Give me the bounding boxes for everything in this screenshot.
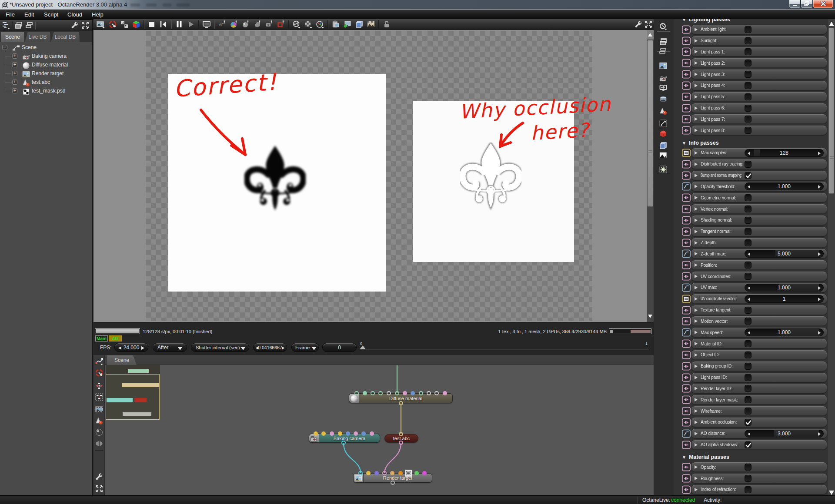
param-row-light-pass-8[interactable]: Light pass 8: [691, 125, 827, 135]
node-pin[interactable] [330, 431, 334, 436]
param-row-ao-alpha-shadows[interactable]: AO alpha shadows: [691, 440, 827, 450]
param-row-z-depth-max[interactable]: Z-depth max:5.000 [691, 249, 827, 259]
slider-right-arrow-icon[interactable] [818, 432, 821, 436]
checkbox-light-pass-5[interactable] [745, 93, 752, 100]
globe-drop-icon[interactable] [292, 20, 302, 30]
tree-expander-expand[interactable]: + [12, 88, 17, 93]
node-pin[interactable] [414, 471, 419, 475]
gear-clock-icon[interactable] [659, 22, 668, 31]
checkbox-uv-coordinates[interactable] [745, 273, 752, 280]
render-viewport[interactable]: Correct! Why occlusion here? [94, 30, 654, 322]
win-layers-icon[interactable] [659, 37, 668, 47]
menu-script[interactable]: Script [44, 11, 58, 18]
bars-2-icon[interactable] [659, 46, 668, 56]
clipboard-icon[interactable] [331, 20, 341, 30]
cube-red-icon[interactable] [659, 129, 668, 139]
slider-right-arrow-icon[interactable] [818, 185, 821, 189]
lock-icon[interactable] [382, 20, 392, 30]
param-row-uv-coordinates[interactable]: UV coordinates: [691, 271, 827, 281]
node-pink-icon[interactable] [682, 193, 691, 202]
disc-3d-icon[interactable] [659, 95, 668, 104]
rgb-cube-icon[interactable] [132, 20, 141, 30]
node-blue-icon[interactable] [682, 283, 691, 292]
param-row-light-pass-3[interactable]: Light pass 3: [691, 69, 827, 79]
expand-arrow-icon[interactable] [695, 219, 698, 222]
tree-item-baking-camera[interactable]: Baking camera [32, 53, 67, 59]
expand-arrow-icon[interactable] [695, 286, 698, 289]
node-pink-icon[interactable] [682, 362, 691, 370]
tree-expander-expand[interactable]: + [12, 71, 17, 76]
node-pin[interactable] [395, 391, 399, 395]
menu-help[interactable]: Help [92, 11, 104, 18]
layers-blue-icon[interactable] [659, 141, 668, 151]
node-pink-icon[interactable] [682, 441, 691, 449]
slider-z-depth-max[interactable]: 5.000 [745, 250, 824, 258]
blob-pin-icon[interactable] [253, 20, 263, 30]
fit-view-icon[interactable] [120, 20, 130, 30]
outliner-tab-scene[interactable]: Scene [1, 32, 24, 42]
slider-max-samples[interactable]: 128 [745, 149, 824, 157]
node-pink-icon[interactable] [682, 463, 691, 471]
node-pin[interactable] [374, 471, 379, 475]
tree-expander-expand[interactable]: + [12, 80, 17, 85]
node-pink-icon[interactable] [682, 81, 691, 90]
node-pin[interactable] [382, 471, 387, 475]
checkbox-baking-group-id[interactable] [745, 363, 752, 370]
timeline-track[interactable] [361, 349, 648, 350]
node-pin[interactable] [358, 471, 363, 475]
stop-icon[interactable] [147, 20, 157, 30]
layers-blue-icon[interactable] [355, 20, 364, 30]
node-pink-icon[interactable] [682, 485, 691, 494]
node-pin[interactable] [399, 432, 403, 436]
checkbox-light-pass-1[interactable] [745, 48, 752, 55]
node-blue-icon[interactable] [682, 429, 691, 438]
pass-tab-main[interactable]: Main [95, 335, 108, 342]
checkbox-tangent-normal[interactable] [745, 228, 752, 235]
expand-icon[interactable] [644, 20, 654, 30]
node-pink-icon[interactable] [682, 36, 691, 45]
node-blue-icon[interactable] [682, 249, 691, 258]
param-row-uv-max[interactable]: UV max:1.000 [691, 282, 827, 292]
node-pin[interactable] [321, 431, 326, 436]
expand-arrow-icon[interactable] [695, 409, 698, 413]
restart-icon[interactable] [159, 20, 169, 30]
expand-arrow-icon[interactable] [695, 252, 698, 255]
node-pin[interactable] [434, 391, 439, 395]
param-row-shading-normal[interactable]: Shading normal: [691, 215, 827, 225]
expand-arrow-icon[interactable] [695, 331, 698, 334]
menu-file[interactable]: File [6, 11, 15, 18]
param-row-opacity-threshold[interactable]: Opacity threshold:1.000 [691, 181, 827, 191]
checker-drop-icon[interactable] [304, 20, 314, 30]
passes-photo-icon[interactable] [367, 20, 376, 30]
node-output-pin[interactable] [341, 441, 346, 445]
expand-arrow-icon[interactable] [695, 207, 698, 211]
increment-icon[interactable] [141, 346, 144, 350]
tools-dark-icon[interactable] [659, 119, 668, 129]
frame-value-box[interactable]: 0 [322, 343, 357, 352]
frame-dropdown[interactable]: Frame: [291, 343, 319, 352]
fps-stepper[interactable]: 24.000 [114, 343, 148, 352]
outliner-tab-local-db[interactable]: Local DB [51, 32, 80, 42]
expand-arrow-icon[interactable] [695, 432, 698, 435]
node-pin[interactable] [354, 431, 358, 436]
slider-ao-distance[interactable]: 3.000 [745, 430, 824, 438]
param-row-geometric-normal[interactable]: Geometric normal: [691, 192, 827, 202]
param-row-light-pass-6[interactable]: Light pass 6: [691, 103, 827, 113]
node-pin[interactable] [406, 471, 411, 475]
expand-arrow-icon[interactable] [695, 263, 698, 267]
param-row-uv-coordinate-selection[interactable]: UV coordinate selection:1 [691, 294, 827, 304]
expand-arrow-icon[interactable] [695, 117, 698, 121]
viewport-scroll-up[interactable] [647, 30, 654, 40]
node-pin[interactable] [411, 391, 415, 395]
expand-arrow-icon[interactable] [695, 241, 698, 245]
tree-expander-expand[interactable]: + [12, 53, 17, 59]
node-pink-icon[interactable] [682, 93, 691, 101]
image-blue-icon[interactable] [659, 61, 668, 71]
param-row-max-samples[interactable]: Max samples:128 [691, 148, 827, 158]
expand-arrow-icon[interactable] [695, 308, 698, 312]
expand-arrow-icon[interactable] [695, 106, 698, 110]
gauge-drop-icon[interactable] [316, 20, 325, 30]
param-row-light-pass-5[interactable]: Light pass 5: [691, 92, 827, 102]
node-yellow-icon[interactable] [682, 149, 691, 157]
node-pin[interactable] [387, 391, 391, 395]
